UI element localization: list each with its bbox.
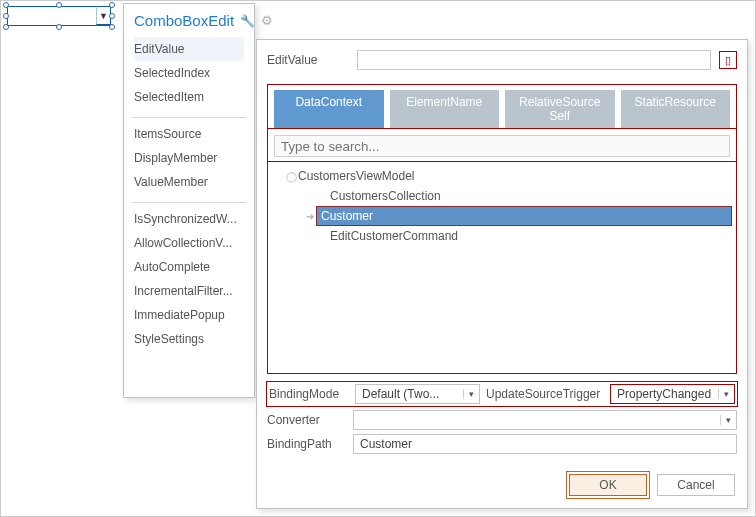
tab-relativesource[interactable]: RelativeSource Self (505, 90, 615, 128)
resize-handle[interactable] (56, 24, 62, 30)
designer-combobox-control[interactable]: ▼ (7, 6, 111, 26)
search-input[interactable] (274, 135, 730, 157)
smart-tag-panel: ComboBoxEdit 🔧 ⚙ EditValue SelectedIndex… (123, 3, 255, 398)
expand-icon[interactable]: ◯ (284, 171, 298, 182)
tree-node-customer[interactable]: ➔ Customer (316, 206, 732, 226)
binding-source-tabs: DataContext ElementName RelativeSource S… (267, 84, 737, 128)
prop-itemssource[interactable]: ItemsSource (134, 122, 244, 146)
converter-combo[interactable]: ▾ (353, 410, 737, 430)
resize-handle[interactable] (109, 24, 115, 30)
ok-button[interactable]: OK (569, 474, 647, 496)
resize-handle[interactable] (3, 13, 9, 19)
prop-incfilter[interactable]: IncrementalFilter... (134, 279, 244, 303)
wrench-icon[interactable]: 🔧 (240, 14, 255, 28)
bindingmode-combo[interactable]: Default (Two... ▾ (355, 384, 480, 404)
chevron-down-icon[interactable]: ▾ (463, 389, 479, 399)
chevron-down-icon[interactable]: ▾ (718, 389, 734, 399)
panel-title: ComboBoxEdit (134, 12, 234, 29)
binding-source-tree[interactable]: ◯ CustomersViewModel CustomersCollection… (267, 162, 737, 374)
prop-issync[interactable]: IsSynchronizedW... (134, 207, 244, 231)
resize-handle[interactable] (3, 2, 9, 8)
chevron-down-icon[interactable]: ▾ (720, 415, 736, 425)
prop-editvalue[interactable]: EditValue (134, 37, 244, 61)
resize-handle[interactable] (3, 24, 9, 30)
editvalue-input[interactable] (357, 50, 711, 70)
updatesourcetrigger-combo[interactable]: PropertyChanged ▾ (610, 384, 735, 404)
prop-selecteditem[interactable]: SelectedItem (134, 85, 244, 109)
updatesourcetrigger-label: UpdateSourceTrigger (486, 387, 604, 401)
prop-stylesettings[interactable]: StyleSettings (134, 327, 244, 351)
bindingmode-label: BindingMode (269, 387, 349, 401)
prop-displaymember[interactable]: DisplayMember (134, 146, 244, 170)
tab-elementname[interactable]: ElementName (390, 90, 500, 128)
tab-staticresource[interactable]: StaticResource (621, 90, 731, 128)
binding-indicator-icon[interactable]: ▯ (719, 51, 737, 69)
binding-editor-popup: EditValue ▯ DataContext ElementName Rela… (256, 39, 748, 509)
prop-autocomplete[interactable]: AutoComplete (134, 255, 244, 279)
prop-valuemember[interactable]: ValueMember (134, 170, 244, 194)
tree-node-customerscollection[interactable]: CustomersCollection (276, 186, 736, 206)
tree-node-editcommand[interactable]: EditCustomerCommand (276, 226, 736, 246)
prop-immpopup[interactable]: ImmediatePopup (134, 303, 244, 327)
resize-handle[interactable] (109, 13, 115, 19)
bindingpath-label: BindingPath (267, 437, 347, 451)
prop-allowcollection[interactable]: AllowCollectionV... (134, 231, 244, 255)
tree-node-root[interactable]: ◯ CustomersViewModel (276, 166, 736, 186)
bindingpath-input[interactable]: Customer (353, 434, 737, 454)
cancel-button[interactable]: Cancel (657, 474, 735, 496)
tab-datacontext[interactable]: DataContext (274, 90, 384, 128)
converter-label: Converter (267, 413, 347, 427)
gear-icon[interactable]: ⚙ (261, 13, 273, 28)
prop-selectedindex[interactable]: SelectedIndex (134, 61, 244, 85)
expand-icon[interactable]: ➔ (303, 211, 317, 222)
editvalue-label: EditValue (267, 53, 349, 67)
resize-handle[interactable] (109, 2, 115, 8)
resize-handle[interactable] (56, 2, 62, 8)
